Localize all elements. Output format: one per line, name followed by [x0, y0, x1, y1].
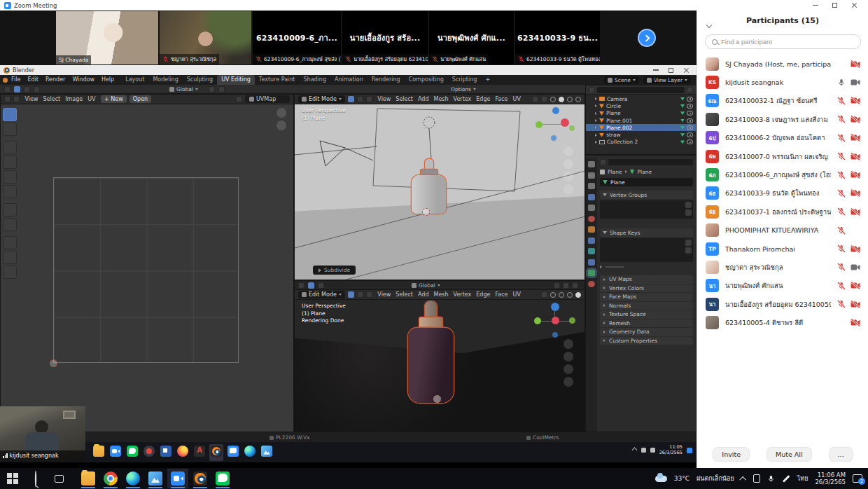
mic-status-icon[interactable] — [837, 189, 846, 198]
scale-tool[interactable] — [3, 170, 17, 184]
collapsed-section-row[interactable]: Vertex Colors — [600, 284, 693, 293]
workspace-tab[interactable]: Scripting — [448, 75, 482, 85]
minimize-icon[interactable] — [813, 5, 818, 6]
axis-y-neg-icon[interactable] — [569, 317, 575, 324]
participant-search-input[interactable] — [721, 38, 854, 46]
speaker-icon[interactable] — [641, 448, 646, 453]
proportional-editing-icon[interactable] — [218, 86, 225, 92]
minimize-icon[interactable] — [653, 69, 659, 71]
open-image-button[interactable]: Open — [130, 95, 151, 103]
rendered-bottle-collar[interactable] — [419, 317, 442, 329]
visibility-eye-icon[interactable] — [687, 132, 693, 137]
participant-row[interactable]: PHOOMIPHAT KITUEAWIRIYA — [697, 221, 868, 240]
solid-shading-icon[interactable] — [559, 97, 564, 102]
shape-keys-section[interactable]: Shape Keys — [600, 228, 693, 237]
viewport-menu-item[interactable]: UV — [510, 291, 523, 298]
visibility-eye-icon[interactable] — [687, 104, 693, 109]
mic-status-icon[interactable] — [837, 282, 846, 290]
workspace-tab[interactable]: Layout — [121, 75, 148, 85]
expand-icon[interactable] — [595, 112, 597, 115]
viewport-menu-item[interactable]: Vertex — [451, 291, 474, 298]
camera-status-icon[interactable] — [850, 245, 860, 253]
camera-status-icon[interactable] — [850, 319, 860, 326]
active-tool-icon[interactable] — [298, 282, 304, 289]
collapsed-section-row[interactable]: Face Maps — [600, 293, 693, 301]
object-data-tab-icon[interactable] — [588, 270, 595, 276]
viewport-menu-item[interactable]: Face — [493, 291, 510, 298]
taskbar-app[interactable] — [190, 469, 211, 488]
viewport-menu-item[interactable]: Edge — [474, 291, 493, 298]
select-tool-icon[interactable] — [14, 86, 20, 92]
camera-status-icon[interactable] — [850, 60, 860, 68]
camera-status-icon[interactable] — [850, 134, 860, 142]
taskbar-app[interactable] — [78, 469, 99, 488]
app-icon[interactable] — [192, 444, 206, 461]
shared-clock[interactable]: 11:05 26/3/2565 — [659, 445, 682, 456]
viewport-menu-item[interactable]: Select — [393, 96, 416, 102]
camera-status-icon[interactable] — [850, 171, 860, 179]
camera-view-icon[interactable] — [564, 364, 573, 374]
workspace-tab[interactable]: UV Editing — [217, 75, 255, 85]
camera-status-icon[interactable] — [850, 153, 860, 160]
app-icon[interactable] — [209, 444, 223, 461]
add-icon[interactable] — [685, 202, 692, 208]
axis-z-neg-icon[interactable] — [551, 135, 556, 141]
output-tab-icon[interactable] — [588, 183, 595, 189]
more-options-button[interactable]: ... — [829, 447, 853, 462]
editor-type-icon[interactable] — [4, 96, 10, 102]
remove-icon[interactable] — [685, 209, 692, 216]
tool-option-icon[interactable] — [34, 86, 40, 92]
relax-tool[interactable] — [3, 251, 17, 264]
annotate-tool[interactable] — [3, 203, 17, 216]
axis-z-icon[interactable] — [551, 303, 559, 311]
filter-funnel-icon[interactable] — [687, 87, 693, 93]
viewport-menu-item[interactable]: View — [375, 96, 393, 102]
participant-row[interactable]: KS kijdusit seangnak — [697, 73, 868, 91]
edge-select-icon[interactable] — [357, 291, 363, 298]
viewport-menu-item[interactable]: Face — [493, 96, 510, 102]
toggle-ortho-icon[interactable] — [564, 184, 573, 194]
participant-row[interactable]: 623410005-4 ดิชาพร ลีดี — [697, 313, 868, 331]
mic-status-icon[interactable] — [837, 171, 846, 179]
camera-status-icon[interactable] — [850, 116, 860, 123]
workspace-tab[interactable]: Modeling — [148, 75, 182, 85]
visibility-eye-icon[interactable] — [687, 125, 693, 130]
zoom-icon[interactable] — [564, 146, 573, 156]
options-dropdown[interactable]: Options — [451, 86, 476, 92]
self-video-tile[interactable]: kijdusit seangnak — [0, 406, 85, 461]
particles-tab-icon[interactable] — [588, 248, 595, 254]
mic-status-icon[interactable] — [837, 78, 846, 87]
workspace-tab[interactable]: Sculpting — [183, 75, 217, 85]
notification-center-icon[interactable] — [687, 448, 692, 453]
camera-status-icon[interactable] — [850, 301, 860, 308]
app-icon[interactable] — [142, 444, 156, 461]
outliner-search-field[interactable] — [597, 87, 685, 93]
visibility-eye-icon[interactable] — [687, 118, 693, 123]
mic-status-icon[interactable] — [837, 134, 846, 142]
mute-all-button[interactable]: Mute All — [766, 447, 812, 462]
search-icon[interactable] — [35, 471, 36, 486]
bottle-dropper-tip[interactable] — [425, 159, 433, 170]
viewport-menu-item[interactable]: Select — [393, 291, 416, 298]
mic-status-icon[interactable] — [837, 152, 846, 160]
temperature-text[interactable]: 33°C — [674, 475, 690, 482]
navigation-gizmo[interactable] — [534, 303, 575, 339]
editor-type-icon[interactable] — [589, 87, 595, 93]
snap-magnet-icon[interactable] — [532, 96, 538, 102]
notification-icon[interactable]: 2 — [853, 474, 862, 483]
navigation-gizmo[interactable] — [534, 107, 575, 144]
uv-sync-selection-icon[interactable] — [13, 96, 20, 102]
video-tile[interactable]: นายเอื้ออังกูร สร้อ... นายเอื้ออังกูร สร… — [342, 11, 428, 64]
video-tile[interactable]: 623410009-6_ภา... 623410009-6_ภาณุพงษ์ ส… — [253, 11, 341, 64]
task-view-icon[interactable] — [55, 475, 64, 483]
camera-status-icon[interactable] — [850, 189, 860, 197]
edge-select-icon[interactable] — [357, 96, 363, 102]
rendered-bottle-body[interactable] — [408, 328, 454, 403]
mode-dropdown[interactable]: Edit Mode — [298, 95, 345, 103]
rendered-bottle-dropper[interactable] — [425, 301, 437, 318]
blender-menu-item[interactable]: Edit — [24, 75, 42, 85]
collapsed-section-row[interactable]: Geometry Data — [600, 328, 693, 336]
viewport-top-canvas[interactable]: User Perspective (1) Plane — [295, 104, 584, 280]
video-tile[interactable]: นายพุฒิพงศ์ ศักแ... นายพุฒิพงศ์ ศักแสน — [429, 11, 514, 64]
grab-tool[interactable] — [3, 236, 17, 249]
